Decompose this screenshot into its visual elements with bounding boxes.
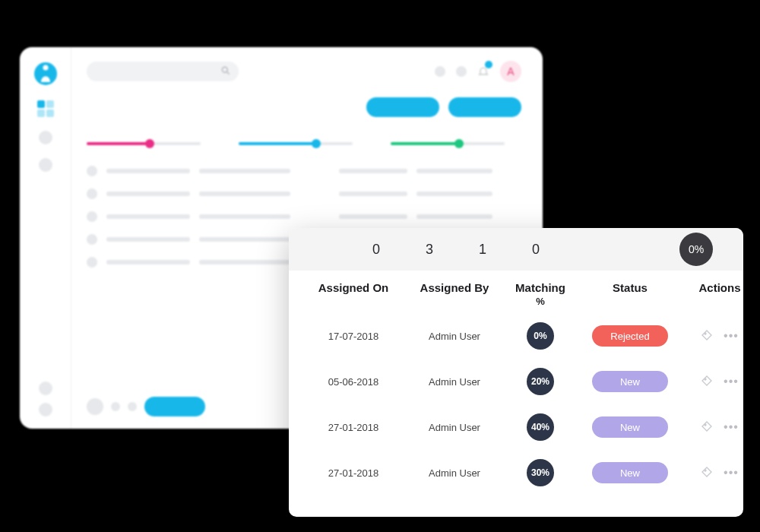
matching-badge: 0% [527, 322, 554, 350]
cell-assigned-on: 17-07-2018 [304, 331, 403, 342]
assignments-table-card: 0 3 1 0 0% Assigned On Assigned By Match… [289, 228, 743, 517]
cell-status: New [581, 371, 679, 392]
sidebar-item[interactable] [39, 403, 52, 416]
stat-percent-badge: 0% [679, 233, 713, 266]
top-bar: A [87, 61, 521, 82]
svg-point-4 [705, 333, 706, 334]
cell-assigned-on: 05-06-2018 [304, 376, 403, 388]
col-actions: Actions [686, 281, 743, 307]
cell-matching: 30% [506, 459, 575, 486]
cell-matching: 20% [506, 368, 575, 395]
cell-assigned-by: Admin User [409, 376, 500, 388]
stat-value: 1 [479, 242, 486, 258]
tag-icon[interactable] [701, 375, 713, 389]
more-icon[interactable]: ••• [724, 420, 739, 434]
action-pill-row [87, 97, 521, 117]
tag-icon[interactable] [701, 466, 713, 480]
avatar[interactable]: A [500, 61, 521, 82]
top-action[interactable] [435, 66, 445, 77]
svg-point-5 [705, 378, 706, 380]
svg-point-7 [705, 470, 706, 471]
stat-value: 3 [426, 242, 433, 258]
primary-button[interactable] [366, 97, 439, 117]
table-row: 27-01-2018Admin User30%New••• [289, 450, 743, 496]
stat-value: 0 [372, 242, 380, 258]
matching-badge: 40% [527, 413, 554, 441]
primary-button[interactable] [448, 97, 521, 117]
tag-icon[interactable] [701, 420, 713, 435]
status-badge: New [592, 416, 668, 438]
stat-value: 0 [532, 242, 540, 258]
dashboard-nav-icon[interactable] [37, 100, 54, 117]
slider-blue[interactable] [239, 138, 353, 147]
status-badge: Rejected [592, 325, 668, 347]
table-row: 27-01-2018Admin User40%New••• [289, 404, 743, 450]
search-input[interactable] [87, 62, 239, 81]
cell-status: New [581, 416, 679, 438]
tag-icon[interactable] [701, 329, 713, 344]
cell-status: New [581, 462, 679, 483]
col-status: Status [581, 281, 679, 307]
col-assigned-on: Assigned On [304, 281, 403, 307]
notifications-icon[interactable] [477, 64, 489, 79]
svg-line-3 [227, 72, 230, 74]
slider-pink[interactable] [87, 138, 201, 147]
cell-assigned-by: Admin User [409, 331, 500, 342]
cell-assigned-by: Admin User [409, 467, 500, 479]
matching-badge: 30% [527, 459, 554, 486]
slider-green[interactable] [391, 138, 505, 147]
stats-bar: 0 3 1 0 0% [289, 228, 743, 271]
matching-badge: 20% [527, 368, 554, 395]
svg-point-2 [222, 67, 227, 72]
cell-actions: ••• [686, 375, 743, 389]
more-icon[interactable]: ••• [724, 375, 739, 388]
bottom-action[interactable] [128, 402, 137, 411]
notification-badge [485, 61, 492, 68]
bottom-action[interactable] [87, 398, 103, 415]
slider-row [87, 138, 521, 147]
bottom-primary-button[interactable] [144, 397, 205, 416]
table-body: 17-07-2018Admin User0%Rejected•••05-06-2… [289, 313, 743, 496]
col-assigned-by: Assigned By [409, 281, 500, 307]
sidebar-item[interactable] [39, 382, 52, 395]
table-row: 17-07-2018Admin User0%Rejected••• [289, 313, 743, 359]
cell-actions: ••• [686, 420, 743, 435]
more-icon[interactable]: ••• [724, 466, 739, 480]
table-header: Assigned On Assigned By Matching% Status… [289, 271, 743, 313]
more-icon[interactable]: ••• [724, 329, 739, 343]
cell-assigned-by: Admin User [409, 422, 500, 433]
svg-point-1 [43, 65, 48, 71]
sidebar-item[interactable] [39, 158, 52, 172]
cell-matching: 0% [506, 322, 575, 350]
cell-assigned-on: 27-01-2018 [304, 422, 403, 433]
sidebar [20, 47, 71, 429]
cell-matching: 40% [506, 413, 575, 441]
avatar-letter: A [507, 65, 514, 78]
svg-point-6 [705, 424, 706, 426]
cell-status: Rejected [581, 325, 679, 347]
bottom-action[interactable] [111, 402, 120, 411]
list-item[interactable] [87, 166, 521, 176]
list-item[interactable] [87, 188, 521, 199]
status-badge: New [592, 371, 668, 392]
cell-actions: ••• [686, 466, 743, 480]
cell-actions: ••• [686, 329, 743, 344]
status-badge: New [592, 462, 668, 483]
sidebar-item[interactable] [39, 131, 52, 144]
table-row: 05-06-2018Admin User20%New••• [289, 359, 743, 404]
search-icon [220, 65, 231, 76]
list-item[interactable] [87, 211, 521, 222]
top-action[interactable] [456, 66, 467, 77]
cell-assigned-on: 27-01-2018 [304, 467, 403, 479]
col-matching: Matching% [506, 281, 575, 307]
app-logo-icon [33, 61, 59, 87]
